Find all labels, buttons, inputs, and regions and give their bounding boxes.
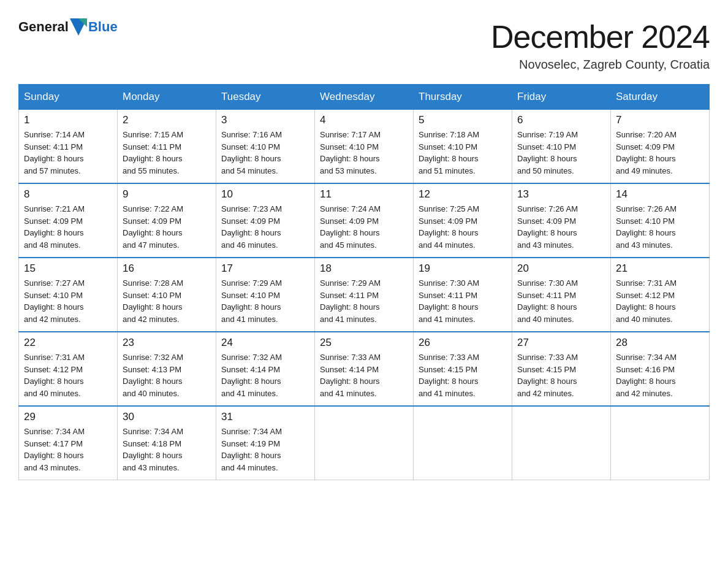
table-row: 11Sunrise: 7:24 AMSunset: 4:09 PMDayligh… bbox=[315, 183, 414, 258]
day-number: 15 bbox=[24, 262, 112, 275]
table-row: 29Sunrise: 7:34 AMSunset: 4:17 PMDayligh… bbox=[19, 406, 118, 480]
day-info: Sunrise: 7:34 AMSunset: 4:16 PMDaylight:… bbox=[616, 351, 704, 399]
header-tuesday: Tuesday bbox=[216, 85, 315, 110]
day-info: Sunrise: 7:32 AMSunset: 4:13 PMDaylight:… bbox=[123, 351, 211, 399]
table-row: 12Sunrise: 7:25 AMSunset: 4:09 PMDayligh… bbox=[414, 183, 512, 258]
table-row: 6Sunrise: 7:19 AMSunset: 4:10 PMDaylight… bbox=[512, 110, 611, 184]
day-number: 8 bbox=[24, 188, 112, 201]
day-info: Sunrise: 7:34 AMSunset: 4:17 PMDaylight:… bbox=[24, 426, 112, 473]
day-info: Sunrise: 7:18 AMSunset: 4:10 PMDaylight:… bbox=[419, 129, 507, 177]
day-info: Sunrise: 7:21 AMSunset: 4:09 PMDaylight:… bbox=[24, 203, 112, 251]
calendar-week-row: 15Sunrise: 7:27 AMSunset: 4:10 PMDayligh… bbox=[19, 258, 710, 332]
day-number: 9 bbox=[123, 188, 211, 201]
day-number: 12 bbox=[419, 188, 507, 201]
day-info: Sunrise: 7:34 AMSunset: 4:19 PMDaylight:… bbox=[221, 426, 309, 473]
table-row: 9Sunrise: 7:22 AMSunset: 4:09 PMDaylight… bbox=[118, 183, 216, 258]
day-info: Sunrise: 7:34 AMSunset: 4:18 PMDaylight:… bbox=[123, 426, 211, 473]
table-row: 22Sunrise: 7:31 AMSunset: 4:12 PMDayligh… bbox=[19, 332, 118, 406]
page-header: General Blue December 2024 Novoselec, Za… bbox=[18, 18, 710, 72]
day-number: 1 bbox=[24, 114, 112, 126]
day-number: 24 bbox=[221, 337, 309, 349]
table-row: 17Sunrise: 7:29 AMSunset: 4:10 PMDayligh… bbox=[216, 258, 315, 332]
day-info: Sunrise: 7:33 AMSunset: 4:15 PMDaylight:… bbox=[517, 351, 605, 399]
table-row bbox=[315, 406, 414, 480]
day-info: Sunrise: 7:26 AMSunset: 4:09 PMDaylight:… bbox=[517, 203, 605, 251]
day-info: Sunrise: 7:33 AMSunset: 4:14 PMDaylight:… bbox=[320, 351, 408, 399]
logo-blue-text: Blue bbox=[88, 19, 118, 35]
day-number: 25 bbox=[320, 337, 408, 349]
day-number: 6 bbox=[517, 114, 605, 126]
title-area: December 2024 Novoselec, Zagreb County, … bbox=[491, 18, 710, 72]
table-row: 27Sunrise: 7:33 AMSunset: 4:15 PMDayligh… bbox=[512, 332, 611, 406]
day-info: Sunrise: 7:26 AMSunset: 4:10 PMDaylight:… bbox=[616, 203, 704, 251]
table-row: 8Sunrise: 7:21 AMSunset: 4:09 PMDaylight… bbox=[19, 183, 118, 258]
day-number: 23 bbox=[123, 337, 211, 349]
month-title: December 2024 bbox=[491, 18, 710, 55]
day-number: 30 bbox=[123, 411, 211, 423]
table-row: 21Sunrise: 7:31 AMSunset: 4:12 PMDayligh… bbox=[611, 258, 710, 332]
day-info: Sunrise: 7:14 AMSunset: 4:11 PMDaylight:… bbox=[24, 129, 112, 177]
table-row: 24Sunrise: 7:32 AMSunset: 4:14 PMDayligh… bbox=[216, 332, 315, 406]
day-number: 27 bbox=[517, 337, 605, 349]
table-row: 28Sunrise: 7:34 AMSunset: 4:16 PMDayligh… bbox=[611, 332, 710, 406]
day-number: 26 bbox=[419, 337, 507, 349]
table-row: 13Sunrise: 7:26 AMSunset: 4:09 PMDayligh… bbox=[512, 183, 611, 258]
table-row: 15Sunrise: 7:27 AMSunset: 4:10 PMDayligh… bbox=[19, 258, 118, 332]
header-wednesday: Wednesday bbox=[315, 85, 414, 110]
day-info: Sunrise: 7:19 AMSunset: 4:10 PMDaylight:… bbox=[517, 129, 605, 177]
table-row bbox=[611, 406, 710, 480]
day-number: 7 bbox=[616, 114, 704, 126]
day-number: 28 bbox=[616, 337, 704, 349]
day-number: 4 bbox=[320, 114, 408, 126]
day-info: Sunrise: 7:33 AMSunset: 4:15 PMDaylight:… bbox=[419, 351, 507, 399]
header-sunday: Sunday bbox=[19, 85, 118, 110]
day-number: 22 bbox=[24, 337, 112, 349]
day-info: Sunrise: 7:31 AMSunset: 4:12 PMDaylight:… bbox=[24, 351, 112, 399]
table-row: 19Sunrise: 7:30 AMSunset: 4:11 PMDayligh… bbox=[414, 258, 512, 332]
day-number: 16 bbox=[123, 262, 211, 275]
table-row: 25Sunrise: 7:33 AMSunset: 4:14 PMDayligh… bbox=[315, 332, 414, 406]
day-number: 31 bbox=[221, 411, 309, 423]
day-info: Sunrise: 7:32 AMSunset: 4:14 PMDaylight:… bbox=[221, 351, 309, 399]
header-thursday: Thursday bbox=[414, 85, 512, 110]
calendar-header-row: Sunday Monday Tuesday Wednesday Thursday… bbox=[19, 85, 710, 110]
table-row: 7Sunrise: 7:20 AMSunset: 4:09 PMDaylight… bbox=[611, 110, 710, 184]
day-number: 5 bbox=[419, 114, 507, 126]
day-number: 29 bbox=[24, 411, 112, 423]
day-info: Sunrise: 7:20 AMSunset: 4:09 PMDaylight:… bbox=[616, 129, 704, 177]
day-info: Sunrise: 7:29 AMSunset: 4:11 PMDaylight:… bbox=[320, 277, 408, 325]
day-number: 3 bbox=[221, 114, 309, 126]
day-info: Sunrise: 7:28 AMSunset: 4:10 PMDaylight:… bbox=[123, 277, 211, 325]
table-row: 31Sunrise: 7:34 AMSunset: 4:19 PMDayligh… bbox=[216, 406, 315, 480]
logo-icon bbox=[70, 18, 87, 36]
day-number: 10 bbox=[221, 188, 309, 201]
day-info: Sunrise: 7:17 AMSunset: 4:10 PMDaylight:… bbox=[320, 129, 408, 177]
day-number: 20 bbox=[517, 262, 605, 275]
header-saturday: Saturday bbox=[611, 85, 710, 110]
day-info: Sunrise: 7:22 AMSunset: 4:09 PMDaylight:… bbox=[123, 203, 211, 251]
table-row: 26Sunrise: 7:33 AMSunset: 4:15 PMDayligh… bbox=[414, 332, 512, 406]
day-info: Sunrise: 7:24 AMSunset: 4:09 PMDaylight:… bbox=[320, 203, 408, 251]
table-row: 5Sunrise: 7:18 AMSunset: 4:10 PMDaylight… bbox=[414, 110, 512, 184]
calendar-table: Sunday Monday Tuesday Wednesday Thursday… bbox=[18, 84, 710, 480]
day-info: Sunrise: 7:27 AMSunset: 4:10 PMDaylight:… bbox=[24, 277, 112, 325]
table-row: 23Sunrise: 7:32 AMSunset: 4:13 PMDayligh… bbox=[118, 332, 216, 406]
table-row: 30Sunrise: 7:34 AMSunset: 4:18 PMDayligh… bbox=[118, 406, 216, 480]
calendar-week-row: 8Sunrise: 7:21 AMSunset: 4:09 PMDaylight… bbox=[19, 183, 710, 258]
table-row: 16Sunrise: 7:28 AMSunset: 4:10 PMDayligh… bbox=[118, 258, 216, 332]
day-number: 13 bbox=[517, 188, 605, 201]
calendar-week-row: 1Sunrise: 7:14 AMSunset: 4:11 PMDaylight… bbox=[19, 110, 710, 184]
table-row: 2Sunrise: 7:15 AMSunset: 4:11 PMDaylight… bbox=[118, 110, 216, 184]
table-row bbox=[512, 406, 611, 480]
table-row: 14Sunrise: 7:26 AMSunset: 4:10 PMDayligh… bbox=[611, 183, 710, 258]
table-row bbox=[414, 406, 512, 480]
day-number: 21 bbox=[616, 262, 704, 275]
day-number: 11 bbox=[320, 188, 408, 201]
day-info: Sunrise: 7:23 AMSunset: 4:09 PMDaylight:… bbox=[221, 203, 309, 251]
table-row: 1Sunrise: 7:14 AMSunset: 4:11 PMDaylight… bbox=[19, 110, 118, 184]
table-row: 10Sunrise: 7:23 AMSunset: 4:09 PMDayligh… bbox=[216, 183, 315, 258]
day-info: Sunrise: 7:16 AMSunset: 4:10 PMDaylight:… bbox=[221, 129, 309, 177]
day-number: 14 bbox=[616, 188, 704, 201]
calendar-week-row: 29Sunrise: 7:34 AMSunset: 4:17 PMDayligh… bbox=[19, 406, 710, 480]
table-row: 20Sunrise: 7:30 AMSunset: 4:11 PMDayligh… bbox=[512, 258, 611, 332]
